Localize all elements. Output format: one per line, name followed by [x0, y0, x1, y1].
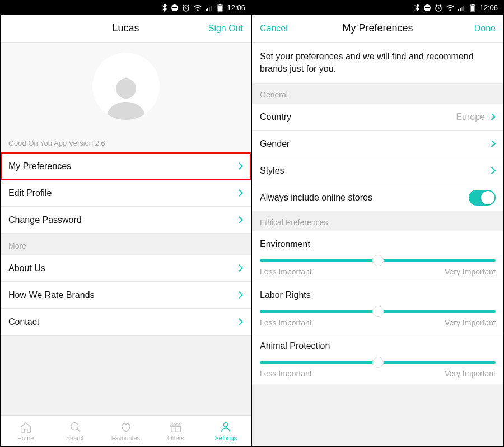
profile-icon [220, 421, 232, 434]
svg-rect-1 [172, 7, 177, 8]
tab-label: Search [66, 435, 86, 441]
slider-max-label: Very Important [445, 369, 496, 378]
preferences-content: Set your preferences and we will find an… [252, 43, 503, 446]
svg-rect-19 [460, 8, 461, 11]
slider-labor: Labor Rights Less Important Very Importa… [252, 282, 503, 333]
gift-icon [170, 421, 182, 434]
svg-rect-6 [211, 6, 212, 11]
svg-rect-9 [218, 6, 222, 11]
slider-thumb[interactable] [372, 306, 384, 317]
section-ethical: Ethical Preferences [252, 211, 503, 231]
wifi-icon [193, 4, 202, 11]
signal-icon [458, 4, 466, 11]
wifi-icon [446, 4, 455, 11]
heart-icon [120, 421, 132, 434]
row-how-we-rate[interactable]: How We Rate Brands [1, 282, 251, 309]
svg-rect-20 [461, 7, 463, 11]
navbar: Lucas Sign Out [1, 15, 251, 43]
slider-thumb[interactable] [372, 255, 384, 266]
row-online-stores: Always include online stores [252, 184, 503, 211]
slider-min-label: Less Important [260, 318, 312, 327]
row-label: Contact [8, 317, 39, 327]
chevron-right-icon [236, 291, 243, 299]
tab-bar: Home Search Favourites Offers Settings [1, 415, 251, 446]
online-stores-toggle[interactable] [469, 190, 496, 206]
section-more: More [1, 234, 251, 255]
navbar: Cancel My Preferences Done [252, 15, 503, 43]
home-icon [20, 421, 32, 434]
battery-icon [469, 4, 476, 12]
alarm-icon [435, 4, 442, 12]
animal-slider[interactable] [260, 361, 496, 364]
row-label: Gender [260, 139, 290, 149]
status-bar: 12:06 [252, 1, 503, 15]
tab-label: Settings [214, 435, 237, 441]
alarm-icon [182, 4, 190, 12]
svg-rect-24 [471, 6, 474, 11]
slider-min-label: Less Important [260, 369, 312, 378]
row-label: Change Password [8, 215, 82, 225]
row-label: Country [260, 112, 291, 122]
svg-rect-5 [209, 7, 210, 11]
slider-max-label: Very Important [445, 267, 496, 276]
page-title: Lucas [53, 22, 198, 34]
intro-text: Set your preferences and we will find an… [252, 43, 503, 83]
row-label: About Us [8, 263, 45, 273]
slider-title: Labor Rights [260, 290, 496, 300]
sign-out-button[interactable]: Sign Out [198, 24, 243, 34]
status-time: 12:06 [227, 3, 245, 12]
svg-rect-18 [458, 9, 459, 11]
row-styles[interactable]: Styles [252, 157, 503, 184]
chevron-right-icon [236, 318, 243, 325]
row-label: Edit Profile [8, 188, 52, 198]
dnd-icon [171, 4, 179, 12]
page-title: My Preferences [305, 22, 451, 34]
tab-search[interactable]: Search [50, 416, 100, 446]
phone-preferences: 12:06 Cancel My Preferences Done Set you… [252, 1, 503, 446]
row-label: My Preferences [8, 161, 71, 171]
cancel-button[interactable]: Cancel [260, 24, 305, 34]
tab-offers[interactable]: Offers [151, 416, 200, 446]
settings-content: Good On You App Version 2.6 My Preferenc… [1, 43, 251, 415]
svg-rect-4 [207, 8, 208, 11]
tab-favourites[interactable]: Favourites [101, 416, 151, 446]
chevron-right-icon [236, 216, 243, 224]
avatar[interactable] [92, 53, 160, 120]
phone-settings: 12:06 Lucas Sign Out Good On You App Ver… [1, 1, 252, 446]
row-change-password[interactable]: Change Password [1, 207, 251, 234]
row-label: How We Rate Brands [8, 290, 95, 300]
row-label: Styles [260, 166, 284, 176]
labor-slider[interactable] [260, 310, 496, 313]
row-edit-profile[interactable]: Edit Profile [1, 180, 251, 207]
done-button[interactable]: Done [451, 24, 496, 34]
status-time: 12:06 [479, 3, 498, 12]
tab-home[interactable]: Home [1, 416, 50, 446]
row-contact[interactable]: Contact [1, 309, 251, 336]
chevron-right-icon [488, 113, 496, 120]
signal-icon [206, 4, 213, 11]
status-bar: 12:06 [1, 1, 251, 15]
slider-thumb[interactable] [372, 357, 384, 368]
section-general: General [252, 83, 503, 104]
row-my-preferences[interactable]: My Preferences [1, 153, 251, 180]
tab-label: Offers [167, 435, 184, 441]
search-icon [69, 421, 82, 434]
chevron-right-icon [488, 140, 496, 147]
svg-point-14 [224, 422, 228, 426]
svg-rect-3 [206, 9, 207, 11]
app-version: Good On You App Version 2.6 [1, 124, 251, 153]
row-about-us[interactable]: About Us [1, 255, 251, 282]
svg-rect-21 [463, 6, 464, 11]
row-country[interactable]: Country Europe [252, 104, 503, 131]
environment-slider[interactable] [260, 259, 496, 262]
row-gender[interactable]: Gender [252, 131, 503, 157]
bluetooth-icon [414, 4, 420, 12]
slider-title: Animal Protection [260, 341, 496, 351]
tab-label: Home [17, 435, 34, 441]
tab-settings[interactable]: Settings [201, 416, 251, 446]
chevron-right-icon [488, 167, 496, 174]
two-phone-layout: 12:06 Lucas Sign Out Good On You App Ver… [0, 0, 504, 447]
bluetooth-icon [162, 4, 167, 12]
tab-label: Favourites [111, 435, 140, 441]
chevron-right-icon [236, 162, 243, 170]
